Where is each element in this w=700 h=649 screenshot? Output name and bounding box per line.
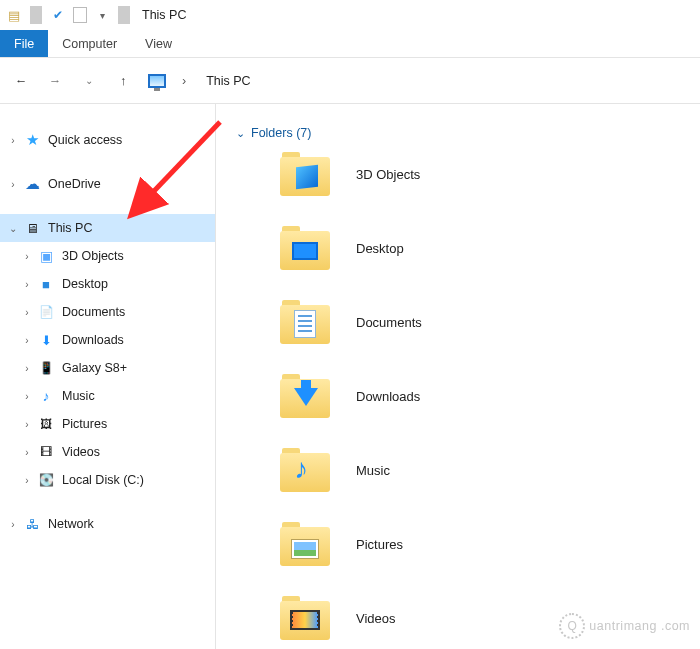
title-bar: This PC (0, 0, 700, 30)
chevron-down-icon: ⌄ (236, 127, 245, 140)
address-bar-pc-icon[interactable] (146, 70, 168, 92)
folder-music-icon (280, 448, 330, 492)
tree-label: Pictures (58, 417, 107, 431)
chevron-right-icon[interactable]: › (20, 251, 34, 262)
folder-documents-icon (280, 300, 330, 344)
tree-label: Music (58, 389, 95, 403)
music-note-icon (36, 386, 56, 406)
tree-label: Galaxy S8+ (58, 361, 127, 375)
tree-downloads[interactable]: › Downloads (0, 326, 215, 354)
film-icon (36, 442, 56, 462)
nav-back-button[interactable]: ← (10, 70, 32, 92)
tree-label: Downloads (58, 333, 124, 347)
explorer-body: › Quick access › OneDrive ⌄ This PC › 3D… (0, 104, 700, 649)
tree-this-pc[interactable]: ⌄ This PC (0, 214, 215, 242)
qat-customize-dropdown-icon[interactable] (94, 7, 110, 23)
folder-list: 3D Objects Desktop Documents Downloads (236, 152, 688, 640)
tree-label: Documents (58, 305, 125, 319)
ribbon: File Computer View (0, 30, 700, 58)
folder-videos[interactable]: Videos (280, 596, 688, 640)
tree-label: 3D Objects (58, 249, 124, 263)
folder-desktop[interactable]: Desktop (280, 226, 688, 270)
address-bar-chevron-icon[interactable]: › (180, 74, 188, 88)
cube-icon (36, 246, 56, 266)
tree-label: OneDrive (44, 177, 101, 191)
qat-separator-2 (118, 6, 130, 24)
folders-section-header[interactable]: ⌄ Folders (7) (236, 122, 688, 152)
desktop-icon (36, 274, 56, 294)
tree-network[interactable]: › Network (0, 510, 215, 538)
qat-properties-icon[interactable] (50, 7, 66, 23)
tree-label: Desktop (58, 277, 108, 291)
tree-3d-objects[interactable]: › 3D Objects (0, 242, 215, 270)
chevron-right-icon[interactable]: › (20, 475, 34, 486)
tree-music[interactable]: › Music (0, 382, 215, 410)
qat-separator (30, 6, 42, 24)
chevron-right-icon[interactable]: › (6, 519, 20, 530)
chevron-right-icon[interactable]: › (6, 135, 20, 146)
tree-galaxy-s8[interactable]: › Galaxy S8+ (0, 354, 215, 382)
tree-documents[interactable]: › Documents (0, 298, 215, 326)
chevron-right-icon[interactable]: › (20, 307, 34, 318)
folder-label: 3D Objects (356, 167, 420, 182)
ribbon-tab-view[interactable]: View (131, 30, 186, 57)
tree-onedrive[interactable]: › OneDrive (0, 170, 215, 198)
tree-desktop[interactable]: › Desktop (0, 270, 215, 298)
folder-pictures-icon (280, 522, 330, 566)
qat-folder-icon (6, 7, 22, 23)
folder-desktop-icon (280, 226, 330, 270)
chevron-right-icon[interactable]: › (20, 279, 34, 290)
tree-videos[interactable]: › Videos (0, 438, 215, 466)
folder-label: Desktop (356, 241, 404, 256)
folder-3d-icon (280, 152, 330, 196)
folder-label: Videos (356, 611, 396, 626)
drive-icon (36, 470, 56, 490)
tree-label: Local Disk (C:) (58, 473, 144, 487)
folder-documents[interactable]: Documents (280, 300, 688, 344)
pc-icon (22, 218, 42, 238)
folders-section-label: Folders (7) (251, 126, 311, 140)
tree-pictures[interactable]: › Pictures (0, 410, 215, 438)
phone-icon (36, 358, 56, 378)
picture-icon (36, 414, 56, 434)
cloud-icon (22, 174, 42, 194)
folder-label: Downloads (356, 389, 420, 404)
tree-label: Videos (58, 445, 100, 459)
navigation-bar: ← → ⌄ ↑ › This PC (0, 58, 700, 104)
tree-label: This PC (44, 221, 92, 235)
download-arrow-icon (36, 330, 56, 350)
star-icon (22, 130, 42, 150)
chevron-down-icon[interactable]: ⌄ (6, 223, 20, 234)
tree-local-disk-c[interactable]: › Local Disk (C:) (0, 466, 215, 494)
chevron-right-icon[interactable]: › (6, 179, 20, 190)
navigation-pane: › Quick access › OneDrive ⌄ This PC › 3D… (0, 104, 216, 649)
nav-forward-button[interactable]: → (44, 70, 66, 92)
network-icon (22, 514, 42, 534)
chevron-right-icon[interactable]: › (20, 419, 34, 430)
folder-music[interactable]: Music (280, 448, 688, 492)
chevron-right-icon[interactable]: › (20, 447, 34, 458)
chevron-right-icon[interactable]: › (20, 335, 34, 346)
tree-label: Quick access (44, 133, 122, 147)
folder-downloads-icon (280, 374, 330, 418)
ribbon-tab-computer[interactable]: Computer (48, 30, 131, 57)
ribbon-tab-file[interactable]: File (0, 30, 48, 57)
qat-newfolder-icon[interactable] (72, 7, 88, 23)
address-bar-location[interactable]: This PC (200, 74, 250, 88)
folder-downloads[interactable]: Downloads (280, 374, 688, 418)
nav-recent-dropdown-icon[interactable]: ⌄ (78, 70, 100, 92)
nav-up-button[interactable]: ↑ (112, 70, 134, 92)
document-icon (36, 302, 56, 322)
folder-label: Pictures (356, 537, 403, 552)
chevron-right-icon[interactable]: › (20, 391, 34, 402)
window-title: This PC (142, 8, 186, 22)
content-pane: ⌄ Folders (7) 3D Objects Desktop D (216, 104, 700, 649)
tree-quick-access[interactable]: › Quick access (0, 126, 215, 154)
folder-label: Documents (356, 315, 422, 330)
folder-3d-objects[interactable]: 3D Objects (280, 152, 688, 196)
folder-pictures[interactable]: Pictures (280, 522, 688, 566)
folder-label: Music (356, 463, 390, 478)
folder-videos-icon (280, 596, 330, 640)
tree-label: Network (44, 517, 94, 531)
chevron-right-icon[interactable]: › (20, 363, 34, 374)
